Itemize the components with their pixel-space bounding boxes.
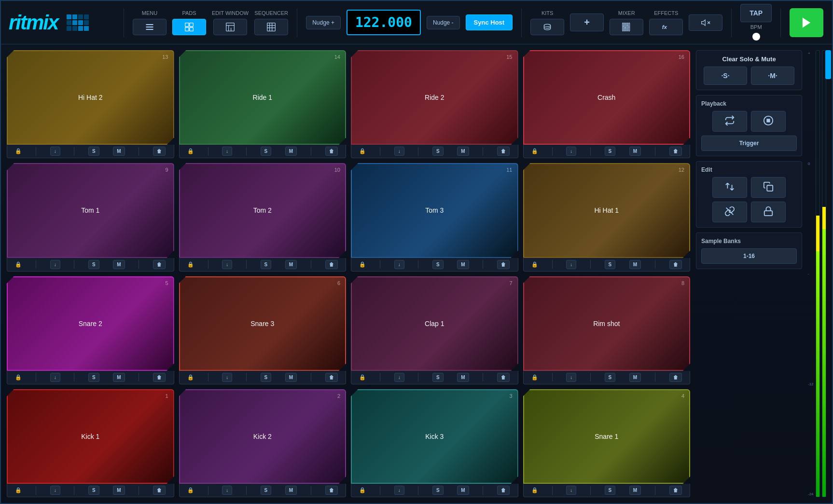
m-btn[interactable]: M [113, 147, 125, 156]
pad-surface[interactable]: 14 Ride 1 [179, 50, 347, 145]
s-btn[interactable]: S [605, 373, 616, 382]
edit-swap-button[interactable] [712, 177, 747, 198]
save-btn[interactable]: ↓ [222, 486, 232, 495]
mixer-button[interactable] [610, 19, 643, 35]
menu-button[interactable] [133, 19, 167, 35]
loop-button[interactable] [712, 111, 747, 132]
pad-surface[interactable]: 9 Tom 1 [7, 163, 174, 258]
s-btn[interactable]: S [88, 147, 99, 156]
delete-btn[interactable]: 🗑 [325, 373, 338, 382]
delete-btn[interactable]: 🗑 [497, 147, 510, 156]
delete-btn[interactable]: 🗑 [153, 147, 166, 156]
delete-btn[interactable]: 🗑 [497, 486, 510, 495]
pad-surface[interactable]: 10 Tom 2 [179, 163, 347, 258]
pad-surface[interactable]: 1 Kick 1 [7, 389, 174, 484]
save-btn[interactable]: ↓ [50, 147, 60, 156]
pad-surface[interactable]: 3 Kick 3 [351, 389, 518, 484]
m-btn[interactable]: M [629, 373, 641, 382]
add-button[interactable]: + [570, 14, 604, 31]
pad-surface[interactable]: 2 Kick 2 [179, 389, 347, 484]
pad-surface[interactable]: 5 Snare 2 [7, 276, 174, 371]
pad-surface[interactable]: 11 Tom 3 [351, 163, 518, 258]
edit-window-button[interactable] [213, 19, 247, 35]
pads-button[interactable] [172, 19, 206, 35]
save-btn[interactable]: ↓ [566, 147, 576, 156]
s-btn[interactable]: S [432, 260, 444, 269]
s-btn[interactable]: S [261, 373, 272, 382]
delete-btn[interactable]: 🗑 [669, 373, 682, 382]
pad-surface[interactable]: 7 Clap 1 [351, 276, 518, 371]
nudge-down-button[interactable]: Nudge - [427, 16, 460, 29]
delete-btn[interactable]: 🗑 [669, 147, 682, 156]
tap-button[interactable]: TAP [740, 4, 772, 22]
s-btn[interactable]: S [432, 373, 444, 382]
pad-surface[interactable]: 4 Snare 1 [523, 389, 691, 484]
save-btn[interactable]: ↓ [222, 260, 232, 269]
s-btn[interactable]: S [88, 486, 99, 495]
s-btn[interactable]: S [261, 486, 272, 495]
mute-button[interactable] [689, 14, 722, 31]
s-btn[interactable]: S [605, 260, 616, 269]
delete-btn[interactable]: 🗑 [669, 260, 682, 269]
stop-button[interactable] [751, 111, 786, 132]
delete-btn[interactable]: 🗑 [153, 260, 166, 269]
pad-surface[interactable]: 6 Snare 3 [179, 276, 347, 371]
m-btn[interactable]: M [457, 373, 469, 382]
delete-btn[interactable]: 🗑 [153, 373, 166, 382]
effects-button[interactable]: fx [649, 19, 683, 35]
m-btn[interactable]: M [457, 260, 469, 269]
m-btn[interactable]: M [113, 373, 125, 382]
m-btn[interactable]: M [629, 260, 641, 269]
pad-surface[interactable]: 12 Hi Hat 1 [523, 163, 691, 258]
s-btn[interactable]: S [432, 486, 444, 495]
delete-btn[interactable]: 🗑 [325, 147, 338, 156]
save-btn[interactable]: ↓ [222, 147, 232, 156]
scrollbar-thumb[interactable] [825, 50, 831, 79]
m-btn[interactable]: M [629, 147, 641, 156]
save-btn[interactable]: ↓ [566, 373, 576, 382]
delete-btn[interactable]: 🗑 [325, 486, 338, 495]
delete-btn[interactable]: 🗑 [497, 260, 510, 269]
s-btn[interactable]: S [261, 260, 272, 269]
edit-lock-button[interactable] [751, 202, 786, 222]
s-btn[interactable]: S [605, 486, 616, 495]
delete-btn[interactable]: 🗑 [153, 486, 166, 495]
save-btn[interactable]: ↓ [222, 373, 232, 382]
save-btn[interactable]: ↓ [50, 373, 60, 382]
pad-surface[interactable]: 15 Ride 2 [351, 50, 518, 145]
edit-copy-button[interactable] [751, 177, 786, 198]
save-btn[interactable]: ↓ [394, 260, 404, 269]
sequencer-button[interactable] [254, 19, 288, 35]
save-btn[interactable]: ↓ [566, 260, 576, 269]
m-btn[interactable]: M [457, 486, 469, 495]
s-btn[interactable]: S [88, 260, 99, 269]
s-btn[interactable]: S [261, 147, 272, 156]
pad-surface[interactable]: 16 Crash [523, 50, 691, 145]
delete-btn[interactable]: 🗑 [325, 260, 338, 269]
m-btn[interactable]: M [113, 486, 125, 495]
s-btn[interactable]: S [605, 147, 616, 156]
solo-button[interactable]: ·S· [704, 67, 747, 85]
pad-surface[interactable]: 13 Hi Hat 2 [7, 50, 174, 145]
m-btn[interactable]: M [629, 486, 641, 495]
pad-surface[interactable]: 8 Rim shot [523, 276, 691, 371]
save-btn[interactable]: ↓ [394, 373, 404, 382]
m-btn[interactable]: M [457, 147, 469, 156]
mute-button-side[interactable]: ·M· [751, 67, 794, 85]
play-button[interactable] [790, 8, 823, 37]
m-btn[interactable]: M [285, 373, 297, 382]
s-btn[interactable]: S [88, 373, 99, 382]
trigger-button[interactable]: Trigger [701, 136, 797, 151]
delete-btn[interactable]: 🗑 [497, 373, 510, 382]
banks-button[interactable]: 1-16 [701, 248, 797, 264]
m-btn[interactable]: M [285, 486, 297, 495]
save-btn[interactable]: ↓ [394, 486, 404, 495]
delete-btn[interactable]: 🗑 [669, 486, 682, 495]
save-btn[interactable]: ↓ [50, 486, 60, 495]
sync-host-button[interactable]: Sync Host [466, 14, 513, 30]
m-btn[interactable]: M [285, 260, 297, 269]
save-btn[interactable]: ↓ [50, 260, 60, 269]
s-btn[interactable]: S [432, 147, 444, 156]
save-btn[interactable]: ↓ [394, 147, 404, 156]
save-btn[interactable]: ↓ [566, 486, 576, 495]
